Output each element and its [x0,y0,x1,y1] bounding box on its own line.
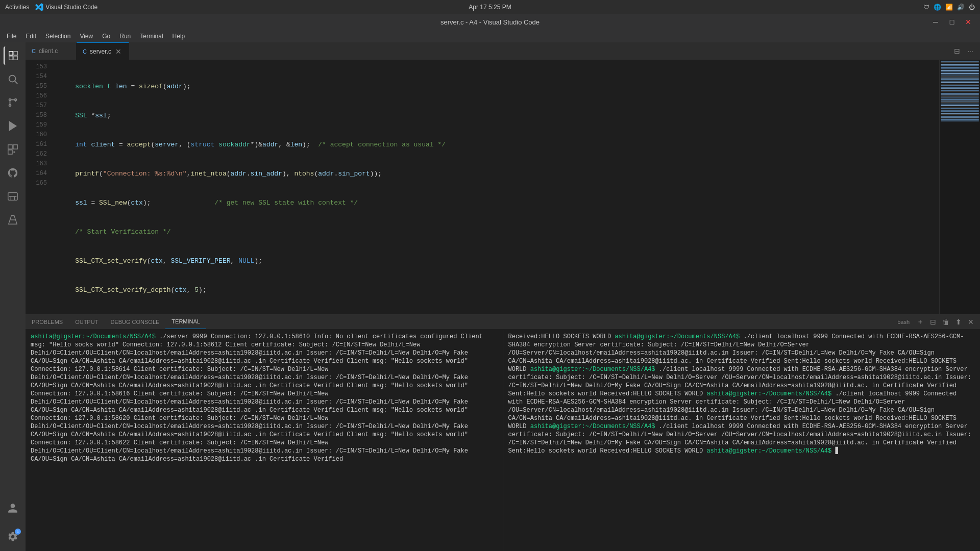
split-editor-button[interactable]: ⊟ [951,45,963,57]
sidebar-item-testing[interactable] [4,211,22,229]
vscode-label: Visual Studio Code [35,3,97,11]
code-line-158: /* Start Verification */ [59,227,939,237]
wifi-icon: 📶 [945,4,953,11]
svg-rect-0 [9,52,13,55]
tab-server-c-label: server.c [90,48,111,55]
terminal-left[interactable]: ashita@gigster:~/Documents/NSS/A4$ ./ser… [26,330,503,551]
minimap [939,60,980,314]
svg-point-4 [9,76,16,82]
volume-icon: 🔊 [957,4,965,11]
tab-debug-console[interactable]: DEBUG CONSOLE [104,314,165,329]
line-num-158: 158 [26,111,47,120]
sidebar-item-extensions[interactable] [4,140,22,159]
tab-terminal[interactable]: TERMINAL [165,314,206,329]
panel-actions: bash ＋ ⊟ 🗑 ⬆ ✕ [894,314,980,329]
menu-go[interactable]: Go [98,32,114,41]
editor-area: C client.c C server.c ✕ ⊟ ··· 153 154 15… [26,42,980,551]
kill-terminal-button[interactable]: 🗑 [940,317,951,327]
maximize-button[interactable]: □ [944,17,960,27]
terminal-container: ashita@gigster:~/Documents/NSS/A4$ ./ser… [26,330,980,551]
shield-status-icon: 🛡 [923,4,929,11]
shell-label: bash [894,318,913,326]
line-num-161: 161 [26,140,47,149]
svg-point-6 [9,99,11,101]
activity-bar: 1 [0,42,26,551]
activities-label[interactable]: Activities [5,4,29,11]
terminal-right[interactable]: Received:HELLO SOCKETS WORLD ashita@gigs… [503,330,981,551]
line-num-162: 162 [26,149,47,159]
tab-actions: ⊟ ··· [951,42,980,60]
panel: PROBLEMS OUTPUT DEBUG CONSOLE TERMINAL b… [26,314,980,551]
sidebar-item-remote-explorer[interactable] [4,187,22,206]
terminal-right-content: Received:HELLO SOCKETS WORLD ashita@gigs… [508,333,975,455]
menu-edit[interactable]: Edit [21,32,40,41]
menu-bar: File Edit Selection View Go Run Terminal… [0,30,980,42]
prompt-r4: ashita@gigster:~/Documents/NSS/A4$ [530,423,655,430]
line-num-155: 155 [26,82,47,91]
code-line-156: printf("Connection: %s:%d\n",inet_ntoa(a… [59,169,939,179]
close-button[interactable]: ✕ [961,17,976,27]
settings-icon[interactable]: 1 [4,528,22,546]
menu-help[interactable]: Help [168,32,189,41]
tab-server-c-close[interactable]: ✕ [114,47,122,56]
code-content[interactable]: socklen_t len = sizeof(addr); SSL *ssl; … [51,60,939,314]
code-line-159: SSL_CTX_set_verify(ctx, SSL_VERIFY_PEER,… [59,256,939,266]
tab-client-c-icon: C [32,48,36,54]
line-num-165: 165 [26,179,47,188]
network-icon: 🌐 [934,4,941,11]
tab-server-c-icon: C [83,48,87,55]
tab-server-c[interactable]: C server.c ✕ [77,42,129,60]
sidebar-item-explorer[interactable] [4,46,22,65]
prompt-r1: ashita@gigster:~/Documents/NSS/A4$ [615,333,740,340]
split-terminal-button[interactable]: ⊟ [928,317,938,327]
menu-selection[interactable]: Selection [41,32,75,41]
new-terminal-button[interactable]: ＋ [915,316,926,328]
code-line-154: SSL *ssl; [59,111,939,120]
menu-view[interactable]: View [76,32,97,41]
code-line-160: SSL_CTX_set_verify_depth(ctx, 5); [59,285,939,295]
line-num-163: 163 [26,159,47,169]
tabs-bar: C client.c C server.c ✕ ⊟ ··· [26,42,980,60]
sidebar-item-github[interactable] [4,164,22,182]
minimize-button[interactable]: ─ [928,17,943,27]
svg-rect-3 [14,56,17,60]
menu-terminal[interactable]: Terminal [136,32,167,41]
close-panel-button[interactable]: ✕ [966,317,976,327]
tab-problems[interactable]: PROBLEMS [26,314,69,329]
code-line-155: int client = accept(server, (struct sock… [59,140,939,149]
main-layout: 1 C client.c C server.c ✕ ⊟ ··· 153 1 [0,42,980,551]
line-num-159: 159 [26,120,47,130]
prompt-r5: ashita@gigster:~/Documents/NSS/A4$ [706,447,831,455]
line-num-154: 154 [26,72,47,82]
tab-output[interactable]: OUTPUT [69,314,104,329]
prompt-r3: ashita@gigster:~/Documents/NSS/A4$ [706,390,831,397]
svg-rect-1 [14,52,17,55]
power-icon: ⏻ [969,4,975,11]
sidebar-item-search[interactable] [4,70,22,88]
vscode-icon [35,3,43,11]
line-num-157: 157 [26,101,47,111]
tab-client-c-label: client.c [39,47,58,55]
system-bar: Activities Visual Studio Code Apr 17 5:2… [0,0,980,14]
menu-file[interactable]: File [3,32,20,41]
menu-run[interactable]: Run [115,32,135,41]
tab-client-c[interactable]: C client.c [26,42,77,60]
more-actions-button[interactable]: ··· [965,45,976,57]
svg-rect-2 [9,56,13,60]
svg-rect-10 [8,145,12,149]
line-numbers: 153 154 155 156 157 158 159 160 161 162 … [26,60,51,314]
prompt-1: ashita@gigster:~/Documents/NSS/A4$ [31,333,156,340]
code-line-153: socklen_t len = sizeof(addr); [59,82,939,91]
account-icon[interactable] [4,499,22,517]
svg-rect-12 [8,150,12,154]
line-num-153: 153 [26,62,47,72]
line-num-164: 164 [26,169,47,179]
sidebar-item-run-debug[interactable] [4,117,22,135]
maximize-panel-button[interactable]: ⬆ [953,317,964,327]
prompt-r2: ashita@gigster:~/Documents/NSS/A4$ [530,366,655,373]
panel-tabs: PROBLEMS OUTPUT DEBUG CONSOLE TERMINAL b… [26,314,980,330]
svg-line-5 [15,81,17,84]
sidebar-item-source-control[interactable] [4,93,22,112]
window-title: server.c - A4 - Visual Studio Code [440,18,540,26]
terminal-left-content: ashita@gigster:~/Documents/NSS/A4$ ./ser… [31,333,498,463]
